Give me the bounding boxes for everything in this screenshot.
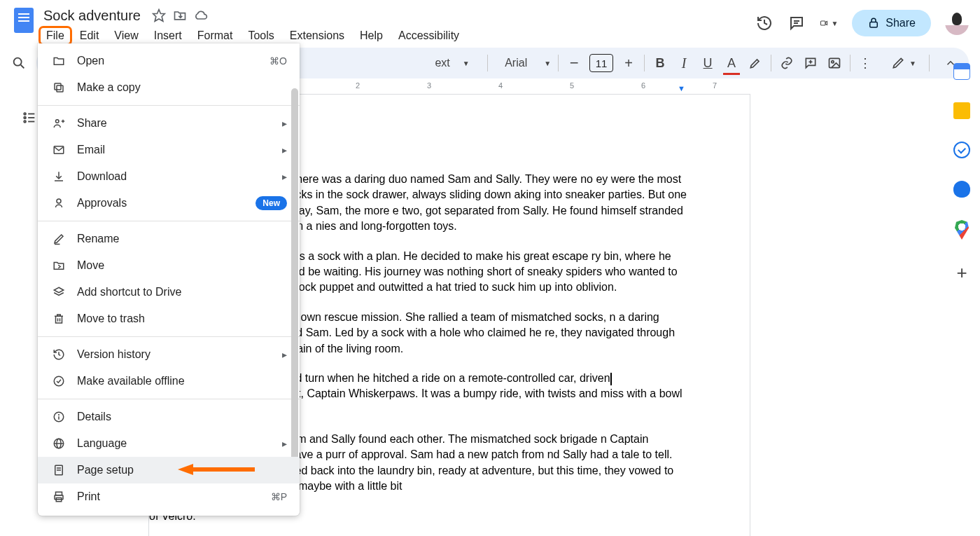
submenu-arrow-icon: ▸ — [282, 438, 287, 449]
menu-item-label: Move to trash — [77, 312, 287, 325]
ruler-indent-marker[interactable]: ▼ — [678, 84, 685, 92]
menu-tools[interactable]: Tools — [241, 27, 281, 45]
font-size-input[interactable]: 11 — [589, 54, 613, 72]
svg-point-14 — [24, 121, 26, 123]
tasks-icon[interactable] — [953, 142, 970, 158]
docs-logo-icon[interactable] — [14, 8, 34, 33]
menu-divider — [38, 221, 300, 221]
menu-item-language[interactable]: Language▸ — [38, 430, 300, 457]
submenu-arrow-icon: ▸ — [282, 144, 287, 156]
keyboard-shortcut: ⌘O — [270, 55, 287, 67]
menu-item-share[interactable]: Share▸ — [38, 110, 300, 137]
menu-item-move[interactable]: Move — [38, 252, 300, 279]
share-icon — [52, 116, 66, 130]
move-folder-icon[interactable] — [173, 8, 187, 22]
menu-item-shortcut[interactable]: Add shortcut to Drive — [38, 279, 300, 305]
submenu-arrow-icon: ▸ — [282, 171, 287, 182]
menu-item-label: Move — [77, 259, 287, 272]
download-icon — [52, 170, 66, 184]
menu-divider — [38, 105, 300, 106]
font-family-label: Arial — [505, 57, 527, 69]
ruler-tick: 6 — [641, 81, 645, 90]
caret-down-icon: ▼ — [463, 60, 470, 67]
editing-mode-button[interactable]: ▼ — [891, 53, 916, 73]
menu-item-page-setup[interactable]: Page setup — [38, 457, 300, 483]
svg-rect-19 — [55, 83, 61, 90]
caret-down-icon: ▼ — [909, 60, 916, 67]
menu-item-copy[interactable]: Make a copy — [38, 74, 300, 101]
cloud-status-icon[interactable] — [194, 8, 208, 22]
bold-button[interactable]: B — [652, 53, 668, 73]
menubar: FileEditViewInsertFormatToolsExtensionsH… — [39, 27, 466, 45]
meet-icon[interactable]: ▼ — [820, 14, 838, 32]
menu-view[interactable]: View — [107, 27, 145, 45]
rename-icon — [52, 232, 66, 246]
text-color-button[interactable]: A — [723, 53, 740, 73]
comments-icon[interactable] — [788, 14, 806, 32]
menu-insert[interactable]: Insert — [147, 27, 189, 45]
menu-item-offline[interactable]: Make available offline — [38, 368, 300, 394]
email-icon — [52, 143, 66, 157]
menu-item-label: Share — [77, 117, 271, 130]
text-cursor — [610, 373, 612, 385]
menu-item-label: Version history — [77, 348, 271, 361]
insert-image-button[interactable] — [826, 53, 843, 73]
maps-icon[interactable] — [955, 220, 969, 240]
search-menus-icon[interactable] — [11, 55, 27, 71]
calendar-icon[interactable] — [953, 63, 970, 80]
history-icon — [52, 348, 66, 362]
svg-line-7 — [21, 65, 24, 69]
trash-icon — [52, 312, 66, 326]
share-label: Share — [886, 17, 916, 29]
shortcut-icon — [52, 285, 66, 299]
page-setup-icon — [52, 463, 66, 477]
more-toolbar-button[interactable]: ⋮ — [858, 53, 874, 73]
menu-format[interactable]: Format — [190, 27, 240, 45]
get-addons-icon[interactable]: + — [956, 262, 967, 284]
menu-item-open[interactable]: Open⌘O — [38, 48, 300, 74]
history-icon[interactable] — [755, 14, 774, 32]
decrease-font-size-button[interactable]: − — [566, 53, 582, 73]
menu-item-label: Add shortcut to Drive — [77, 286, 287, 298]
menu-edit[interactable]: Edit — [73, 27, 106, 45]
details-icon — [52, 410, 66, 424]
svg-rect-5 — [870, 22, 878, 28]
menu-extensions[interactable]: Extensions — [283, 27, 351, 45]
contacts-icon[interactable] — [953, 181, 970, 198]
menu-item-rename[interactable]: Rename — [38, 226, 300, 252]
menu-item-trash[interactable]: Move to trash — [38, 305, 300, 332]
menu-file[interactable]: File — [39, 27, 71, 45]
menu-item-label: Email — [77, 144, 271, 156]
dropdown-scrollbar[interactable] — [291, 88, 298, 474]
increase-font-size-button[interactable]: + — [620, 53, 637, 73]
keep-icon[interactable] — [953, 102, 970, 119]
italic-button[interactable]: I — [676, 53, 692, 73]
document-title[interactable]: Sock adventure — [39, 8, 145, 24]
highlight-color-button[interactable] — [747, 53, 764, 73]
menu-item-download[interactable]: Download▸ — [38, 163, 300, 190]
underline-button[interactable]: U — [699, 53, 716, 73]
paragraph-style-select[interactable]: Normal text ext ▼ — [417, 53, 480, 73]
submenu-arrow-icon: ▸ — [282, 118, 287, 129]
insert-link-button[interactable] — [778, 53, 795, 73]
svg-rect-18 — [57, 85, 63, 92]
menu-item-label: Page setup — [77, 464, 287, 476]
print-icon — [52, 490, 66, 504]
svg-point-25 — [57, 199, 61, 203]
account-avatar[interactable] — [945, 11, 969, 35]
menu-item-history[interactable]: Version history▸ — [38, 341, 300, 368]
star-icon[interactable] — [152, 8, 166, 22]
new-badge: New — [255, 196, 287, 210]
add-comment-button[interactable] — [802, 53, 819, 73]
file-menu-dropdown: Open⌘OMake a copyShare▸Email▸Download▸Ap… — [38, 43, 300, 516]
menu-item-print[interactable]: Print⌘P — [38, 483, 300, 510]
menu-accessibility[interactable]: Accessibility — [391, 27, 466, 45]
menu-help[interactable]: Help — [353, 27, 390, 45]
share-button[interactable]: Share — [852, 10, 931, 36]
font-family-select[interactable]: Arial — [495, 53, 537, 73]
menu-item-details[interactable]: Details — [38, 404, 300, 430]
open-icon — [52, 54, 66, 68]
ruler-tick: 5 — [570, 81, 574, 90]
menu-item-approvals[interactable]: ApprovalsNew — [38, 190, 300, 217]
menu-item-email[interactable]: Email▸ — [38, 137, 300, 163]
